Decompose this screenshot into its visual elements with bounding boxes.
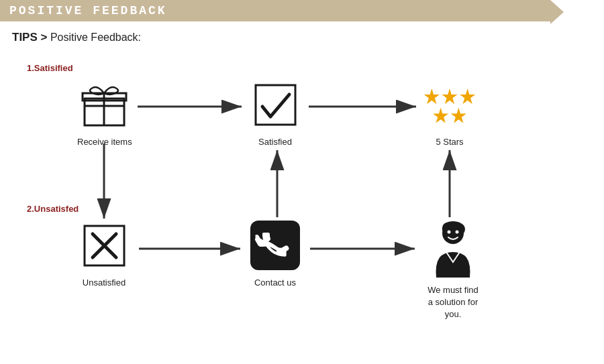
svg-marker-6 bbox=[442, 88, 457, 104]
satisfied-box: Satisfied bbox=[248, 78, 302, 147]
unsatisfied-label: Unsatisfied bbox=[83, 278, 125, 288]
person-icon bbox=[423, 219, 483, 279]
receive-items-box: Receive items bbox=[77, 78, 132, 147]
five-stars-box: 5 Stars bbox=[423, 78, 476, 147]
tips-line: TIPS > Positive Feedback: bbox=[0, 21, 604, 44]
svg-point-15 bbox=[448, 231, 451, 234]
x-mark-icon bbox=[77, 219, 131, 272]
stars-icon bbox=[423, 78, 476, 131]
contact-us-box: Contact us bbox=[248, 219, 302, 288]
page-container: POSITIVE FEEDBACK TIPS > Positive Feedba… bbox=[0, 0, 604, 364]
solution-box: We must find a solution for you. bbox=[423, 219, 483, 321]
svg-rect-4 bbox=[256, 85, 295, 125]
tips-text: Positive Feedback: bbox=[47, 32, 141, 43]
svg-marker-7 bbox=[460, 88, 475, 104]
unsatisfied-box: Unsatisfied bbox=[77, 219, 131, 288]
svg-marker-5 bbox=[424, 88, 440, 104]
solution-label: We must find a solution for you. bbox=[427, 284, 479, 321]
checkmark-icon bbox=[248, 78, 302, 131]
svg-marker-9 bbox=[451, 107, 466, 123]
phone-icon bbox=[248, 219, 302, 272]
svg-marker-8 bbox=[433, 107, 448, 123]
tips-prefix: TIPS > bbox=[12, 31, 47, 44]
gift-icon bbox=[78, 78, 132, 131]
five-stars-label: 5 Stars bbox=[436, 137, 463, 147]
diagram: 1.Satisified 2.Unsatisfed bbox=[13, 51, 591, 332]
label-satisfied: 1.Satisified bbox=[27, 63, 73, 73]
receive-items-label: Receive items bbox=[77, 137, 132, 147]
contact-us-label: Contact us bbox=[254, 278, 296, 288]
satisfied-label: Satisfied bbox=[258, 137, 292, 147]
svg-point-16 bbox=[456, 231, 459, 234]
header-banner: POSITIVE FEEDBACK bbox=[0, 0, 550, 21]
header-title: POSITIVE FEEDBACK bbox=[9, 4, 167, 17]
label-unsatisfied: 2.Unsatisfed bbox=[27, 204, 79, 214]
